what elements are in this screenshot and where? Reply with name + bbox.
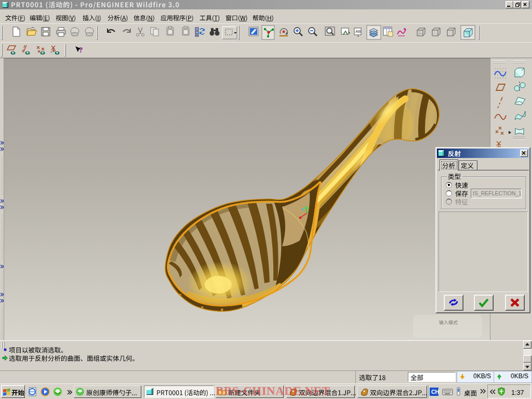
svg-text:?: ? xyxy=(79,46,83,54)
svg-text:AB: AB xyxy=(355,29,361,34)
svg-text:z: z xyxy=(50,50,52,54)
